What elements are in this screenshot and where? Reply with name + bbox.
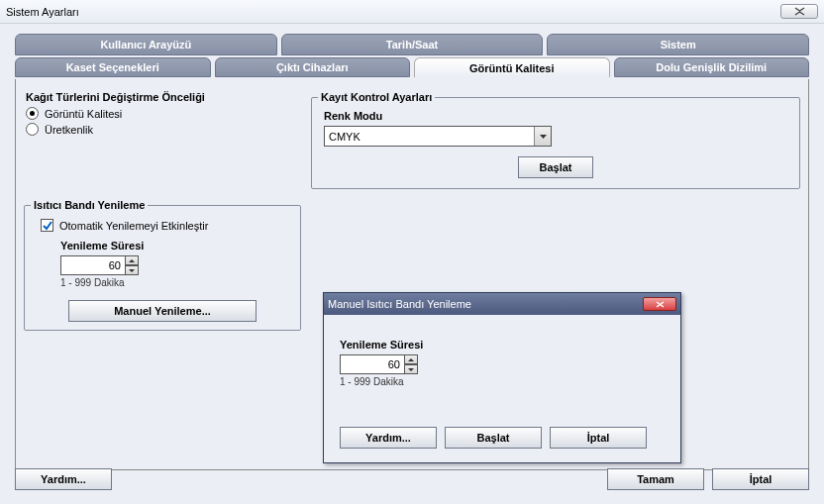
tab-user-interface[interactable]: Kullanıcı Arayüzü [15,34,277,55]
tab-output-devices[interactable]: Çıktı Cihazları [215,57,411,77]
dialog-close-button[interactable] [643,297,676,311]
color-mode-label: Renk Modu [324,110,787,122]
footer-help-button[interactable]: Yardım... [15,468,112,490]
close-icon [793,7,806,16]
tab-full-width-array[interactable]: Dolu Genişlik Dizilimi [614,57,810,77]
color-mode-value: CMYK [329,131,360,143]
chevron-down-icon [540,135,547,139]
auto-refresh-checkbox[interactable]: Otomatik Yenilemeyi Etkinleştir [41,219,284,232]
fuser-spin-down[interactable] [125,265,139,275]
manual-refresh-dialog: Manuel Isıtıcı Bandı Yenileme Yenileme S… [323,292,681,463]
radio-image-quality[interactable]: Görüntü Kalitesi [26,107,299,120]
dialog-timing-label: Yenileme Süresi [340,339,665,351]
window-close-button[interactable] [780,4,818,19]
fuser-spin-up[interactable] [125,255,139,265]
reg-ctrl-group: Kayıt Kontrol Ayarları Renk Modu CMYK Ba… [311,97,800,189]
close-icon [656,301,665,308]
radio-productivity[interactable]: Üretkenlik [26,123,299,136]
dialog-help-button[interactable]: Yardım... [340,427,437,449]
chevron-up-icon [129,259,135,262]
tab-system[interactable]: Sistem [547,34,809,55]
dialog-spin-up[interactable] [404,354,418,364]
radio-productivity-label: Üretkenlik [45,124,93,136]
dialog-title: Manuel Isıtıcı Bandı Yenileme [328,298,471,310]
tab-image-quality[interactable]: Görüntü Kalitesi [414,57,610,77]
chevron-down-icon [408,368,414,371]
priority-group: Kağıt Türlerini Değiştirme Önceliği Görü… [24,91,301,136]
main-tab-row: Kullanıcı Arayüzü Tarih/Saat Sistem [15,34,809,55]
fuser-timing-hint: 1 - 999 Dakika [60,277,284,288]
dialog-cancel-button[interactable]: İptal [550,427,647,449]
radio-image-quality-label: Görüntü Kalitesi [45,108,122,120]
check-icon [43,221,52,231]
dialog-start-button[interactable]: Başlat [445,427,542,449]
footer-ok-button[interactable]: Tamam [607,468,704,490]
auto-refresh-label: Otomatik Yenilemeyi Etkinleştir [59,220,208,232]
reg-ctrl-legend: Kayıt Kontrol Ayarları [318,91,435,103]
dropdown-arrow [534,127,551,146]
fuser-group-legend: Isıtıcı Bandı Yenileme [31,199,148,211]
dialog-timing-hint: 1 - 999 Dakika [340,376,665,387]
window-title: Sistem Ayarları [6,6,79,18]
priority-title: Kağıt Türlerini Değiştirme Önceliği [26,91,299,103]
fuser-timing-input[interactable] [60,255,126,275]
reg-ctrl-start-button[interactable]: Başlat [518,156,593,178]
fuser-group: Isıtıcı Bandı Yenileme Otomatik Yenileme… [24,205,301,331]
tab-tray-options[interactable]: Kaset Seçenekleri [15,57,211,77]
dialog-spin-down[interactable] [404,364,418,374]
content-panel: Kağıt Türlerini Değiştirme Önceliği Görü… [15,79,809,470]
footer-cancel-button[interactable]: İptal [712,468,809,490]
chevron-up-icon [408,358,414,361]
dialog-titlebar: Manuel Isıtıcı Bandı Yenileme [324,293,680,315]
sub-tab-row: Kaset Seçenekleri Çıktı Cihazları Görünt… [15,57,809,77]
fuser-timing-label: Yenileme Süresi [60,240,284,252]
manual-refresh-button[interactable]: Manuel Yenileme... [68,300,257,322]
window-titlebar: Sistem Ayarları [0,0,824,24]
dialog-timing-input[interactable] [340,354,405,374]
chevron-down-icon [129,269,135,272]
tab-date-time[interactable]: Tarih/Saat [281,34,544,55]
color-mode-select[interactable]: CMYK [324,126,552,147]
